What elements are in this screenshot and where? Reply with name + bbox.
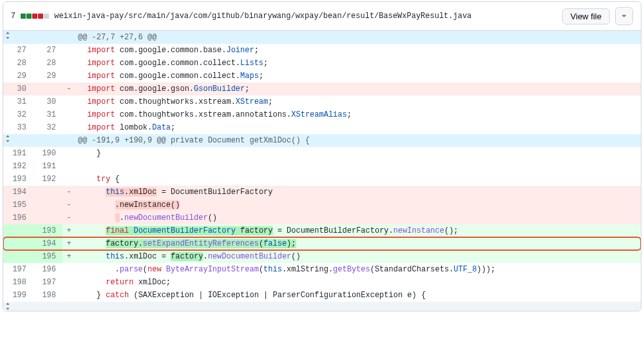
diff-row: 31 30 import com.thoughtworks.xstream.XS…	[3, 95, 641, 108]
old-line-number[interactable]: 28	[3, 57, 33, 70]
code-line: .newInstance()	[75, 199, 641, 211]
new-line-number[interactable]: 196	[33, 263, 62, 276]
diff-marker-plus: +	[62, 224, 75, 237]
diff-row: 28 28 import com.google.common.collect.L…	[3, 57, 641, 70]
old-line-number[interactable]: 30	[3, 83, 33, 95]
diffstat-block-added	[26, 14, 32, 19]
file-path[interactable]: weixin-java-pay/src/main/java/com/github…	[54, 12, 557, 21]
old-line-number[interactable]: 193	[3, 173, 33, 186]
diff-marker-minus: -	[62, 83, 75, 95]
code-line: .parse(new ByteArrayInputStream(this.xml…	[75, 263, 641, 276]
code-line: import com.google.gson.GsonBuilder;	[75, 83, 641, 95]
code-line: }	[75, 147, 641, 160]
expand-icon	[3, 134, 12, 143]
diff-row: 27 27 import com.google.common.base.Join…	[3, 44, 641, 57]
diff-marker-plus: +	[62, 237, 75, 250]
diffstat-block-neutral	[44, 14, 49, 19]
view-file-button[interactable]: View file	[562, 8, 610, 24]
new-line-number	[33, 186, 62, 199]
code-line: import com.google.common.base.Joiner;	[75, 44, 641, 57]
old-line-number[interactable]: 194	[3, 186, 33, 199]
expand-icon	[3, 31, 12, 40]
diff-row-deletion: 195 - .newInstance()	[3, 199, 641, 211]
hunk-header: @@ -191,9 +190,9 @@ private Document get…	[3, 134, 641, 147]
new-line-number[interactable]: 193	[33, 224, 62, 237]
new-line-number[interactable]: 31	[33, 108, 62, 121]
old-line-number[interactable]: 192	[3, 160, 33, 173]
new-line-number[interactable]: 198	[33, 289, 62, 302]
new-line-number[interactable]: 27	[33, 44, 62, 57]
new-line-number	[33, 83, 62, 95]
new-line-number[interactable]: 30	[33, 95, 62, 108]
old-line-number[interactable]: 29	[3, 70, 33, 83]
old-line-number[interactable]: 33	[3, 121, 33, 134]
diff-row: 192 191	[3, 160, 641, 173]
diff-table: @@ -27,7 +27,6 @@ 27 27 import com.googl…	[3, 31, 641, 311]
code-line: import com.thoughtworks.xstream.XStream;	[75, 95, 641, 108]
diff-marker-minus: -	[62, 211, 75, 224]
new-line-number[interactable]: 190	[33, 147, 62, 160]
new-line-number[interactable]: 192	[33, 173, 62, 186]
diff-marker-minus: -	[62, 199, 75, 211]
new-line-number[interactable]: 32	[33, 121, 62, 134]
old-line-number[interactable]: 197	[3, 263, 33, 276]
expand-down-icon	[3, 302, 12, 311]
chevron-down-icon	[620, 12, 629, 21]
new-line-number[interactable]: 195	[33, 250, 62, 263]
expand-context-button[interactable]	[3, 31, 62, 44]
old-line-number[interactable]: 199	[3, 289, 33, 302]
diffstat-block-deleted	[38, 14, 43, 19]
diff-row: 199 198 } catch (SAXException | IOExcept…	[3, 289, 641, 302]
new-line-number	[33, 199, 62, 211]
old-line-number[interactable]: 195	[3, 199, 33, 211]
old-line-number[interactable]: 27	[3, 44, 33, 57]
new-line-number[interactable]: 29	[33, 70, 62, 83]
expand-below-row	[3, 302, 641, 311]
diffstat-block-added	[21, 14, 26, 19]
diff-row-addition: 193 + final DocumentBuilderFactory facto…	[3, 224, 641, 237]
old-line-number[interactable]: 32	[3, 108, 33, 121]
new-line-number[interactable]: 197	[33, 276, 62, 289]
expand-context-button[interactable]	[3, 134, 62, 147]
code-line: import com.google.common.collect.Maps;	[75, 70, 641, 83]
code-line: this.xmlDoc = DocumentBuilderFactory	[75, 186, 641, 199]
diff-row: 33 32 import lombok.Data;	[3, 121, 641, 134]
code-line: import com.google.common.collect.Lists;	[75, 57, 641, 70]
diff-row: 32 31 import com.thoughtworks.xstream.an…	[3, 108, 641, 121]
expand-context-button[interactable]	[3, 302, 62, 311]
code-line: return xmlDoc;	[75, 276, 641, 289]
hunk-range: @@ -27,7 +27,6 @@	[75, 31, 641, 44]
new-line-number[interactable]: 28	[33, 57, 62, 70]
file-header: 7 weixin-java-pay/src/main/java/com/gith…	[3, 2, 641, 31]
old-line-number[interactable]: 196	[3, 211, 33, 224]
diffstat	[21, 14, 49, 19]
diff-row: 191 190 }	[3, 147, 641, 160]
code-line: } catch (SAXException | IOException | Pa…	[75, 289, 641, 302]
old-line-number[interactable]: 198	[3, 276, 33, 289]
diff-row-deletion: 194 - this.xmlDoc = DocumentBuilderFacto…	[3, 186, 641, 199]
code-line: final DocumentBuilderFactory factory = D…	[75, 224, 641, 237]
old-line-number	[3, 224, 33, 237]
new-line-number	[33, 211, 62, 224]
diff-marker-minus: -	[62, 186, 75, 199]
old-line-number[interactable]: 191	[3, 147, 33, 160]
code-line	[75, 160, 641, 173]
old-line-number	[3, 237, 33, 250]
diff-row: 197 196 .parse(new ByteArrayInputStream(…	[3, 263, 641, 276]
diff-row: 193 192 try {	[3, 173, 641, 186]
new-line-number[interactable]: 194	[33, 237, 62, 250]
hunk-range: @@ -191,9 +190,9 @@ private Document get…	[75, 134, 641, 147]
code-line: import com.thoughtworks.xstream.annotati…	[75, 108, 641, 121]
old-line-number[interactable]: 31	[3, 95, 33, 108]
diff-marker-plus: +	[62, 250, 75, 263]
diff-row-addition: 195 + this.xmlDoc = factory.newDocumentB…	[3, 250, 641, 263]
diff-file: 7 weixin-java-pay/src/main/java/com/gith…	[3, 1, 641, 311]
hunk-header: @@ -27,7 +27,6 @@	[3, 31, 641, 44]
diff-row-deletion: 196 - .newDocumentBuilder()	[3, 211, 641, 224]
collapse-file-button[interactable]	[615, 7, 633, 25]
diff-row: 29 29 import com.google.common.collect.M…	[3, 70, 641, 83]
code-line: import lombok.Data;	[75, 121, 641, 134]
diff-row: 198 197 return xmlDoc;	[3, 276, 641, 289]
change-count: 7	[11, 12, 15, 21]
new-line-number[interactable]: 191	[33, 160, 62, 173]
